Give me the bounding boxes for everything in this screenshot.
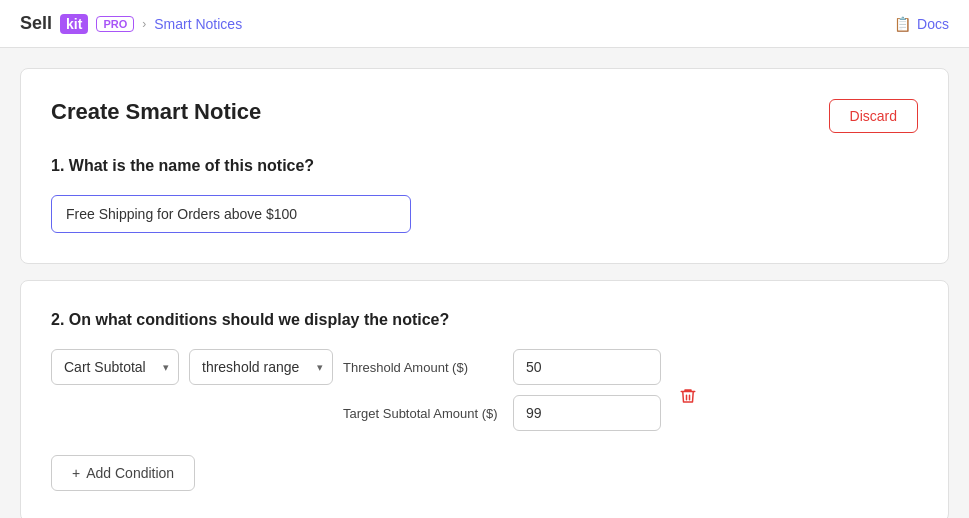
add-condition-button[interactable]: + Add Condition xyxy=(51,455,195,491)
conditions-row: Cart Subtotal ▾ threshold range ▾ Thresh… xyxy=(51,349,918,431)
conditions-card: 2. On what conditions should we display … xyxy=(20,280,949,518)
threshold-amount-row: Threshold Amount ($) xyxy=(343,349,661,385)
card-header: Create Smart Notice Discard xyxy=(51,99,918,133)
add-condition-plus-icon: + xyxy=(72,465,80,481)
delete-condition-button[interactable] xyxy=(675,383,701,409)
docs-label: Docs xyxy=(917,16,949,32)
header-left: Sellkit PRO › Smart Notices xyxy=(20,13,242,34)
threshold-fields: Threshold Amount ($) Target Subtotal Amo… xyxy=(343,349,661,431)
add-condition-label: Add Condition xyxy=(86,465,174,481)
condition-operator-wrapper: threshold range ▾ xyxy=(189,349,333,385)
notice-name-input[interactable] xyxy=(51,195,411,233)
condition-type-wrapper: Cart Subtotal ▾ xyxy=(51,349,179,385)
section1-label: 1. What is the name of this notice? xyxy=(51,157,918,175)
target-subtotal-row: Target Subtotal Amount ($) xyxy=(343,395,661,431)
breadcrumb-chevron-icon: › xyxy=(142,17,146,31)
trash-icon xyxy=(679,387,697,405)
threshold-amount-label: Threshold Amount ($) xyxy=(343,360,503,375)
breadcrumb-smart-notices[interactable]: Smart Notices xyxy=(154,16,242,32)
target-subtotal-input[interactable] xyxy=(513,395,661,431)
condition-operator-select[interactable]: threshold range xyxy=(189,349,333,385)
delete-col xyxy=(671,349,701,409)
threshold-amount-input[interactable] xyxy=(513,349,661,385)
section2-label: 2. On what conditions should we display … xyxy=(51,311,918,329)
logo-kit: kit xyxy=(60,14,88,34)
docs-link[interactable]: 📋 Docs xyxy=(894,16,949,32)
docs-page-icon: 📋 xyxy=(894,16,911,32)
pro-badge: PRO xyxy=(96,16,134,32)
discard-button[interactable]: Discard xyxy=(829,99,918,133)
condition-type-select[interactable]: Cart Subtotal xyxy=(51,349,179,385)
notice-name-card: Create Smart Notice Discard 1. What is t… xyxy=(20,68,949,264)
main-content: Create Smart Notice Discard 1. What is t… xyxy=(0,48,969,518)
logo-sell: Sell xyxy=(20,13,52,34)
target-subtotal-label: Target Subtotal Amount ($) xyxy=(343,406,503,421)
header: Sellkit PRO › Smart Notices 📋 Docs xyxy=(0,0,969,48)
page-title: Create Smart Notice xyxy=(51,99,261,125)
